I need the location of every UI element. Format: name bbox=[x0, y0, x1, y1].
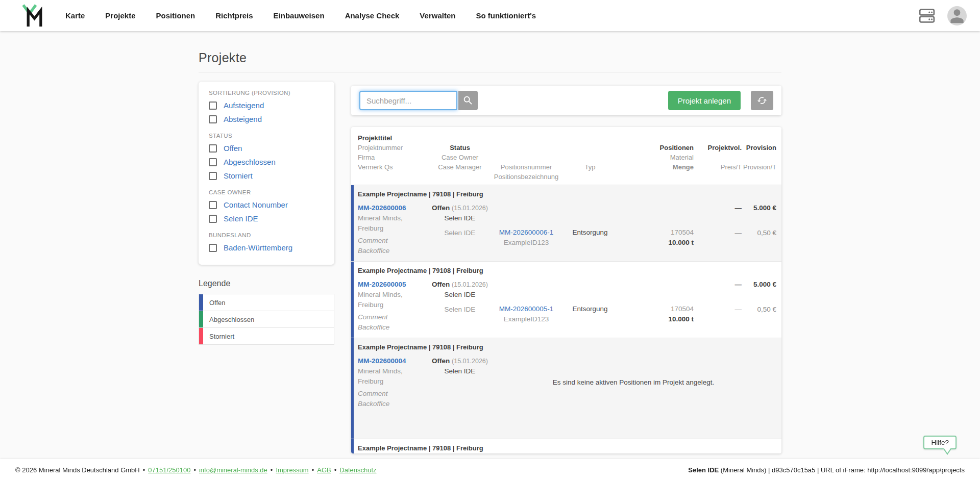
checkbox-icon[interactable] bbox=[209, 158, 217, 166]
filter-section: BUNDESLAND Baden-Württemberg bbox=[209, 232, 324, 255]
position-number-link[interactable]: MM-202600006-1 bbox=[499, 227, 554, 238]
col-positionsnummer: Positionsnummer bbox=[501, 162, 552, 172]
case-owner-value: Selen IDE bbox=[445, 290, 476, 300]
nav-item-analyse-check[interactable]: Analyse Check bbox=[345, 11, 400, 20]
footer-user: Selen IDE bbox=[688, 466, 719, 474]
col-preis-t: Preis/T bbox=[721, 162, 742, 172]
nav-item-karte[interactable]: Karte bbox=[65, 11, 85, 20]
project-row[interactable]: Example Projectname | 79108 | Freiburg M… bbox=[351, 439, 781, 453]
help-button[interactable]: Hilfe? bbox=[923, 436, 957, 449]
filter-option-contact-nonumber[interactable]: Contact Nonumber bbox=[209, 198, 324, 212]
project-company-line: Mineral Minds, bbox=[358, 213, 429, 223]
project-note-line: Comment bbox=[358, 389, 429, 399]
mineral-minds-logo-icon[interactable] bbox=[21, 4, 44, 28]
filter-option-baden-w-rttemberg[interactable]: Baden-Württemberg bbox=[209, 241, 324, 255]
nav-item-richtpreis[interactable]: Richtpreis bbox=[215, 11, 253, 20]
legend-label: Abgeschlossen bbox=[203, 311, 254, 327]
filter-sidebar: SORTIERUNG (PROVISION) Aufsteigend Abste… bbox=[199, 82, 334, 345]
project-row[interactable]: Example Projectname | 79108 | Freiburg M… bbox=[351, 261, 781, 338]
position-preis-t: — bbox=[735, 228, 742, 238]
project-number-link[interactable]: MM-202600006 bbox=[358, 203, 429, 213]
refresh-icon bbox=[757, 95, 767, 106]
nav-item-einbauweisen[interactable]: Einbauweisen bbox=[274, 11, 325, 20]
search-toolbar: Projekt anlegen bbox=[351, 86, 781, 115]
nav-item-verwalten[interactable]: Verwalten bbox=[420, 11, 455, 20]
checkbox-icon[interactable] bbox=[209, 244, 217, 252]
project-title: Example Projectname | 79108 | Freiburg bbox=[358, 189, 776, 199]
legend-color-bar bbox=[199, 328, 203, 344]
col-provision: Provision bbox=[746, 143, 776, 153]
create-project-button[interactable]: Projekt anlegen bbox=[668, 91, 741, 110]
footer-separator: • bbox=[193, 466, 196, 474]
project-company-line: Freiburg bbox=[358, 223, 429, 234]
filter-option-aufsteigend[interactable]: Aufsteigend bbox=[209, 98, 324, 112]
project-number-link[interactable]: MM-202600004 bbox=[358, 356, 429, 366]
legend-label: Storniert bbox=[203, 328, 234, 344]
position-typ: Entsorgung bbox=[572, 227, 607, 238]
footer-copyright: © 2026 Mineral Minds Deutschland GmbH bbox=[15, 466, 140, 474]
title-divider bbox=[199, 72, 781, 72]
search-input[interactable] bbox=[359, 91, 457, 110]
checkbox-icon[interactable] bbox=[209, 102, 217, 110]
legend-item-abgeschlossen: Abgeschlossen bbox=[199, 311, 334, 328]
refresh-button[interactable] bbox=[751, 91, 773, 110]
project-row[interactable]: Example Projectname | 79108 | Freiburg M… bbox=[351, 338, 781, 439]
search-button[interactable] bbox=[458, 91, 478, 110]
checkbox-icon[interactable] bbox=[209, 144, 217, 153]
footer-link-impressum[interactable]: Impressum bbox=[276, 466, 308, 474]
project-provision: 5.000 € bbox=[753, 203, 776, 213]
checkbox-icon[interactable] bbox=[209, 215, 217, 223]
col-provision-t: Provision/T bbox=[742, 162, 776, 172]
footer-separator: • bbox=[334, 466, 337, 474]
filter-option-offen[interactable]: Offen bbox=[209, 141, 324, 155]
footer: © 2026 Mineral Minds Deutschland GmbH •0… bbox=[0, 459, 980, 481]
legend-color-bar bbox=[199, 311, 203, 327]
checkbox-icon[interactable] bbox=[209, 201, 217, 209]
footer-link-info-mineral-minds-de[interactable]: info@mineral-minds.de bbox=[199, 466, 267, 474]
filter-option-absteigend[interactable]: Absteigend bbox=[209, 112, 324, 126]
checkbox-icon[interactable] bbox=[209, 172, 217, 180]
filter-option-label: Contact Nonumber bbox=[224, 200, 288, 209]
project-preis-t: — bbox=[735, 203, 742, 213]
nav-item-projekte[interactable]: Projekte bbox=[105, 11, 135, 20]
project-note-line: Comment bbox=[358, 312, 429, 322]
user-avatar[interactable] bbox=[947, 6, 967, 26]
project-preis-t: — bbox=[735, 280, 742, 290]
filter-card: SORTIERUNG (PROVISION) Aufsteigend Abste… bbox=[199, 82, 334, 265]
project-company-line: Freiburg bbox=[358, 376, 429, 387]
col-material: Material bbox=[670, 153, 694, 162]
filter-section-title: STATUS bbox=[209, 133, 324, 139]
nav-item-positionen[interactable]: Positionen bbox=[156, 11, 195, 20]
filter-option-label: Selen IDE bbox=[224, 214, 258, 223]
footer-link-agb[interactable]: AGB bbox=[317, 466, 331, 474]
col-status: Status bbox=[450, 143, 470, 153]
filter-option-label: Baden-Württemberg bbox=[224, 243, 292, 252]
footer-link-07151-250100[interactable]: 07151/250100 bbox=[148, 466, 190, 474]
status-color-bar bbox=[351, 262, 354, 338]
filter-option-selen-ide[interactable]: Selen IDE bbox=[209, 212, 324, 225]
project-status: Offen (15.01.2026) bbox=[432, 280, 488, 290]
filter-option-label: Aufsteigend bbox=[224, 101, 264, 110]
app-bar: KarteProjektePositionenRichtpreisEinbauw… bbox=[0, 0, 980, 31]
project-company-line: Mineral Minds, bbox=[358, 366, 429, 376]
filter-option-label: Storniert bbox=[224, 171, 253, 180]
position-menge: 10.000 t bbox=[668, 314, 694, 324]
filter-option-storniert[interactable]: Storniert bbox=[209, 169, 324, 183]
no-positions-message: Es sind keine aktiven Positionen im Proj… bbox=[553, 377, 715, 388]
server-dns-icon[interactable] bbox=[919, 8, 936, 23]
footer-link-datenschutz[interactable]: Datenschutz bbox=[339, 466, 376, 474]
nav-item-so-funktioniert-s[interactable]: So funktioniert's bbox=[476, 11, 536, 20]
table-header: Projekttitel Projektnummer Firma Vermerk… bbox=[351, 127, 781, 185]
filter-section-title: BUNDESLAND bbox=[209, 232, 324, 238]
main-nav: KarteProjektePositionenRichtpreisEinbauw… bbox=[65, 11, 536, 20]
project-number-link[interactable]: MM-202600005 bbox=[358, 280, 429, 290]
status-color-bar bbox=[351, 185, 354, 261]
position-number-link[interactable]: MM-202600005-1 bbox=[499, 304, 554, 314]
footer-session-detail: (Mineral Minds) | d93c570c15a5 | URL of … bbox=[719, 466, 965, 474]
project-row[interactable]: Example Projectname | 79108 | Freiburg M… bbox=[351, 185, 781, 261]
filter-option-abgeschlossen[interactable]: Abgeschlossen bbox=[209, 155, 324, 169]
position-name: ExampleID123 bbox=[504, 314, 549, 324]
checkbox-icon[interactable] bbox=[209, 115, 217, 123]
col-case-owner: Case Owner bbox=[442, 153, 478, 162]
col-menge: Menge bbox=[673, 162, 694, 172]
